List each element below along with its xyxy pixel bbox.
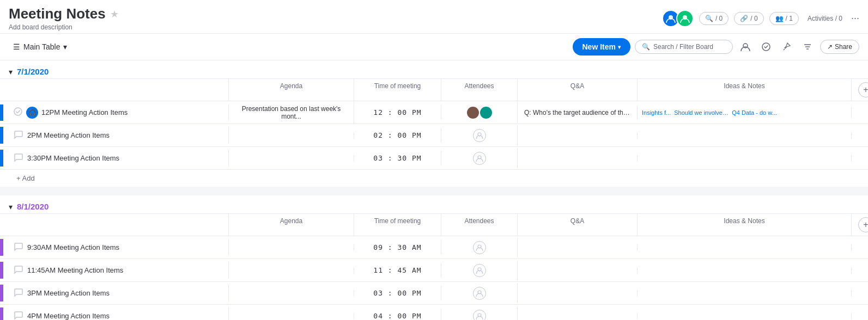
row1-extra: [852, 109, 868, 116]
share-button[interactable]: ↗ Share: [820, 40, 859, 54]
search-counter[interactable]: 🔍 / 0: [699, 12, 729, 25]
row6-time[interactable]: 03 : 00 PM: [354, 286, 441, 300]
row7-qa[interactable]: [518, 313, 638, 319]
row3-agenda[interactable]: [229, 155, 354, 162]
row5-time[interactable]: 11 : 45 AM: [354, 263, 441, 278]
row2-qa[interactable]: [518, 132, 638, 139]
row6-name[interactable]: 3PM Meeting Action Items: [27, 289, 110, 297]
search-icon: 🔍: [642, 43, 650, 51]
row2-attendees[interactable]: [441, 126, 518, 145]
row2-agenda[interactable]: [229, 132, 354, 139]
row4-time[interactable]: 09 : 30 AM: [354, 240, 441, 255]
idea-tag-1[interactable]: Insights f...: [642, 109, 671, 116]
add-row-label: + Add: [16, 174, 35, 182]
row3-attendees[interactable]: [441, 149, 518, 168]
group-color-bar: [0, 285, 3, 301]
people-counter[interactable]: 👥 / 1: [769, 12, 799, 25]
table-row: 2PM Meeting Action Items 02 : 00 PM: [0, 124, 868, 147]
row5-ideas: [638, 267, 852, 274]
row4-attendees[interactable]: [441, 238, 518, 257]
idea-tag-2[interactable]: Should we involve th...: [674, 109, 729, 116]
board-description[interactable]: Add board description: [9, 23, 119, 31]
row5-qa[interactable]: [518, 267, 638, 274]
row5-name[interactable]: 11:45AM Meeting Action Items: [27, 266, 123, 274]
row4-agenda[interactable]: [229, 244, 354, 251]
filter-button[interactable]: [799, 39, 816, 55]
row3-ideas: [638, 155, 852, 162]
group1-add-row[interactable]: + Add: [0, 170, 868, 187]
more-options-button[interactable]: ···: [851, 13, 859, 24]
table-row: 11:45AM Meeting Action Items 11 : 45 AM: [0, 259, 868, 282]
row7-agenda[interactable]: [229, 313, 354, 319]
row1-time[interactable]: 12 : 00 PM: [354, 105, 441, 120]
row4-ideas: [638, 244, 852, 251]
row4-name[interactable]: 9:30AM Meeting Action Items: [27, 243, 119, 251]
link-counter[interactable]: 🔗 / 0: [734, 12, 763, 25]
row7-time[interactable]: 04 : 00 PM: [354, 309, 441, 320]
row6-agenda[interactable]: [229, 290, 354, 297]
row1-agenda[interactable]: Presentation based on last week's mont..…: [229, 102, 354, 124]
group1-title: 7/1/2020: [17, 67, 48, 76]
new-item-button[interactable]: New Item ▾: [573, 38, 630, 56]
idea-tag-3[interactable]: Q4 Data - do w...: [732, 109, 777, 116]
row1-qa[interactable]: Q: Who's the target audience of the pres…: [518, 106, 638, 120]
activity-button[interactable]: [758, 39, 774, 55]
row6-qa[interactable]: [518, 290, 638, 297]
comment-icon[interactable]: [13, 152, 24, 164]
avatar-user2[interactable]: [676, 10, 694, 27]
row3-qa[interactable]: [518, 155, 638, 162]
attendee-avatar: [479, 106, 493, 120]
row4-qa[interactable]: [518, 244, 638, 251]
col2-header-name: [0, 214, 229, 236]
main-content: ▾ 7/1/2020 Agenda Time of meeting Attend…: [0, 60, 868, 320]
comment-icon[interactable]: [13, 129, 24, 141]
group1-chevron[interactable]: ▾: [9, 67, 13, 76]
star-icon[interactable]: ★: [110, 8, 119, 20]
row2-name[interactable]: 2PM Meeting Action Items: [27, 131, 110, 139]
search-placeholder: Search / Filter Board: [653, 43, 713, 51]
header-right: 🔍 / 0 🔗 / 0 👥 / 1 Activities / 0 ···: [662, 10, 859, 27]
row7-attendees[interactable]: [441, 306, 518, 321]
empty-attendee-icon[interactable]: [473, 152, 486, 165]
group-8-1-2020: ▾ 8/1/2020 Agenda Time of meeting Attend…: [0, 195, 868, 320]
headphone-icon: 🎧: [26, 107, 38, 119]
row7-name[interactable]: 4PM Meeting Action Items: [27, 312, 110, 320]
activities-button[interactable]: Activities / 0: [804, 13, 846, 24]
row2-time[interactable]: 02 : 00 PM: [354, 128, 441, 143]
add-column-button[interactable]: +: [858, 82, 868, 97]
link-icon: 🔗: [740, 15, 748, 22]
table-row: 3:30PM Meeting Action Items 03 : 30 PM: [0, 147, 868, 170]
row5-agenda[interactable]: [229, 267, 354, 274]
comment-icon[interactable]: [13, 241, 24, 254]
row5-attendees[interactable]: [441, 261, 518, 280]
check-icon[interactable]: [13, 107, 23, 118]
main-table-button[interactable]: ☰ Main Table ▾: [9, 40, 71, 53]
row6-attendees[interactable]: [441, 284, 518, 303]
pin-button[interactable]: [779, 39, 795, 55]
empty-attendee-icon[interactable]: [473, 264, 486, 277]
row6-name-cell: 3PM Meeting Action Items: [0, 285, 229, 301]
row1-name[interactable]: 12PM Meeting Action Items: [41, 108, 128, 116]
row3-time[interactable]: 03 : 30 PM: [354, 151, 441, 165]
row5-name-cell: 11:45AM Meeting Action Items: [0, 262, 229, 279]
empty-attendee-icon[interactable]: [473, 241, 486, 254]
add-column-button2[interactable]: +: [858, 217, 868, 232]
row1-name-cell: 🎧 12PM Meeting Action Items: [0, 104, 229, 121]
col-header-attendees: Attendees: [441, 79, 518, 101]
col2-header-ideas: Ideas & Notes: [638, 214, 852, 236]
comment-icon[interactable]: [13, 310, 24, 320]
table-icon: ☰: [13, 42, 20, 51]
row3-name[interactable]: 3:30PM Meeting Action Items: [27, 154, 119, 162]
comment-icon[interactable]: [13, 287, 24, 299]
search-icon: 🔍: [705, 15, 713, 22]
comment-icon[interactable]: [13, 264, 24, 276]
person-filter-button[interactable]: [737, 39, 754, 55]
empty-attendee-icon[interactable]: [473, 310, 486, 321]
group-color-bar: [0, 127, 3, 144]
col2-header-qa: Q&A: [518, 214, 638, 236]
search-filter-box[interactable]: 🔍 Search / Filter Board: [635, 40, 733, 54]
row1-attendees[interactable]: [441, 102, 518, 123]
group2-chevron[interactable]: ▾: [9, 202, 13, 211]
empty-attendee-icon[interactable]: [473, 129, 486, 142]
empty-attendee-icon[interactable]: [473, 287, 486, 300]
